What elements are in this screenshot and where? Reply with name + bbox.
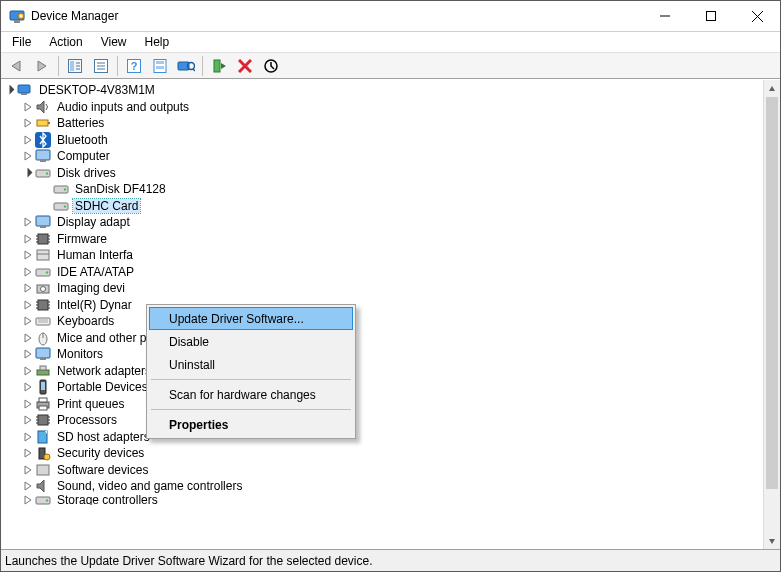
chevron-right-icon[interactable]	[21, 102, 35, 112]
chevron-right-icon[interactable]	[21, 118, 35, 128]
tree-item-label: Print queues	[55, 397, 126, 411]
tree-item-printq[interactable]: Print queues	[3, 396, 763, 413]
tree-item-sound[interactable]: Sound, video and game controllers	[3, 478, 763, 495]
tree-item-label: Keyboards	[55, 314, 116, 328]
chevron-right-icon[interactable]	[21, 366, 35, 376]
tree-item-processors[interactable]: Processors	[3, 412, 763, 429]
maximize-button[interactable]	[688, 1, 734, 31]
tree-item-mice[interactable]: Mice and other pointing devices	[3, 330, 763, 347]
tree-item-imaging[interactable]: Imaging devi	[3, 280, 763, 297]
vertical-scrollbar[interactable]	[763, 80, 780, 549]
chevron-right-icon[interactable]	[21, 481, 35, 491]
tree-root[interactable]: DESKTOP-4V83M1M	[3, 82, 763, 99]
tree-item-label: Computer	[55, 149, 112, 163]
tree-item-computer[interactable]: Computer	[3, 148, 763, 165]
toolbar-properties-button[interactable]	[89, 55, 113, 77]
window-title: Device Manager	[31, 9, 642, 23]
tree-item-sdhc[interactable]: SDHC Card	[3, 198, 763, 215]
tree-item-keyboards[interactable]: Keyboards	[3, 313, 763, 330]
context-menu-separator	[151, 379, 351, 380]
context-menu-properties[interactable]: Properties	[149, 413, 353, 436]
toolbar-help-button[interactable]: ?	[122, 55, 146, 77]
chevron-right-icon[interactable]	[21, 234, 35, 244]
svg-rect-5	[707, 12, 716, 21]
svg-rect-35	[40, 160, 46, 162]
chevron-right-icon[interactable]	[21, 250, 35, 260]
tree-item-bluetooth[interactable]: Bluetooth	[3, 132, 763, 149]
svg-rect-20	[156, 61, 164, 64]
chevron-right-icon[interactable]	[21, 300, 35, 310]
chevron-right-icon[interactable]	[21, 333, 35, 343]
device-tree-area[interactable]: DESKTOP-4V83M1MAudio inputs and outputsB…	[1, 80, 763, 549]
chevron-down-icon[interactable]	[3, 85, 17, 95]
context-menu-uninstall[interactable]: Uninstall	[149, 353, 353, 376]
tree-item-portable[interactable]: Portable Devices	[3, 379, 763, 396]
close-button[interactable]	[734, 1, 780, 31]
security-icon	[35, 445, 51, 461]
chevron-right-icon[interactable]	[21, 465, 35, 475]
chevron-right-icon[interactable]	[21, 495, 35, 505]
chevron-right-icon[interactable]	[21, 382, 35, 392]
scroll-down-button[interactable]	[764, 532, 780, 549]
context-menu-scan[interactable]: Scan for hardware changes	[149, 383, 353, 406]
toolbar-forward-button[interactable]	[30, 55, 54, 77]
tree-item-label: IDE ATA/ATAP	[55, 265, 136, 279]
minimize-button[interactable]	[642, 1, 688, 31]
tree-item-firmware[interactable]: Firmware	[3, 231, 763, 248]
menu-help[interactable]: Help	[138, 33, 177, 51]
tree-item-label: Storage controllers	[55, 495, 160, 505]
toolbar-enable-button[interactable]	[207, 55, 231, 77]
tree-item-software[interactable]: Software devices	[3, 462, 763, 479]
scroll-thumb[interactable]	[766, 97, 778, 489]
tree-item-disk[interactable]: Disk drives	[3, 165, 763, 182]
tree-item-label: Sound, video and game controllers	[55, 479, 244, 493]
chevron-right-icon[interactable]	[21, 316, 35, 326]
chevron-right-icon[interactable]	[21, 135, 35, 145]
tree-item-intel[interactable]: Intel(R) Dynar	[3, 297, 763, 314]
tree-item-label: Human Interfa	[55, 248, 135, 262]
toolbar: ?	[1, 52, 780, 79]
toolbar-uninstall-button[interactable]	[233, 55, 257, 77]
scroll-up-button[interactable]	[764, 80, 780, 97]
chevron-right-icon[interactable]	[21, 151, 35, 161]
tree-item-display[interactable]: Display adapt	[3, 214, 763, 231]
tree-item-sdhost[interactable]: SD host adapters	[3, 429, 763, 446]
menu-view[interactable]: View	[94, 33, 134, 51]
chevron-down-icon[interactable]	[21, 168, 35, 178]
toolbar-update-driver-button[interactable]	[148, 55, 172, 77]
context-menu-disable[interactable]: Disable	[149, 330, 353, 353]
svg-point-54	[46, 271, 48, 273]
toolbar-back-button[interactable]	[4, 55, 28, 77]
chevron-right-icon[interactable]	[21, 432, 35, 442]
tree-item-ide[interactable]: IDE ATA/ATAP	[3, 264, 763, 281]
chevron-right-icon[interactable]	[21, 448, 35, 458]
context-menu-update-driver[interactable]: Update Driver Software...	[149, 307, 353, 330]
toolbar-scan-button[interactable]	[174, 55, 198, 77]
svg-rect-31	[37, 120, 48, 126]
tree-item-sandisk[interactable]: SanDisk DF4128	[3, 181, 763, 198]
chevron-right-icon[interactable]	[21, 399, 35, 409]
svg-point-87	[44, 454, 50, 460]
chevron-right-icon[interactable]	[21, 217, 35, 227]
tree-item-batteries[interactable]: Batteries	[3, 115, 763, 132]
menu-file[interactable]: File	[5, 33, 38, 51]
chevron-right-icon[interactable]	[21, 267, 35, 277]
chevron-right-icon[interactable]	[21, 349, 35, 359]
tree-item-monitors[interactable]: Monitors	[3, 346, 763, 363]
tree-item-hid[interactable]: Human Interfa	[3, 247, 763, 264]
toolbar-show-tree-button[interactable]	[63, 55, 87, 77]
firmware-icon	[35, 231, 51, 247]
scroll-track[interactable]	[764, 97, 780, 532]
tree-item-label: Security devices	[55, 446, 146, 460]
tree-item-security[interactable]: Security devices	[3, 445, 763, 462]
tree-item-audio[interactable]: Audio inputs and outputs	[3, 99, 763, 116]
tree-item-network[interactable]: Network adapters	[3, 363, 763, 380]
toolbar-disable-button[interactable]	[259, 55, 283, 77]
tree-item-label: SanDisk DF4128	[73, 182, 168, 196]
svg-rect-30	[21, 93, 27, 95]
tree-item-storage[interactable]: Storage controllers	[3, 495, 763, 505]
menu-action[interactable]: Action	[42, 33, 89, 51]
bluetooth-icon	[35, 132, 51, 148]
chevron-right-icon[interactable]	[21, 415, 35, 425]
chevron-right-icon[interactable]	[21, 283, 35, 293]
